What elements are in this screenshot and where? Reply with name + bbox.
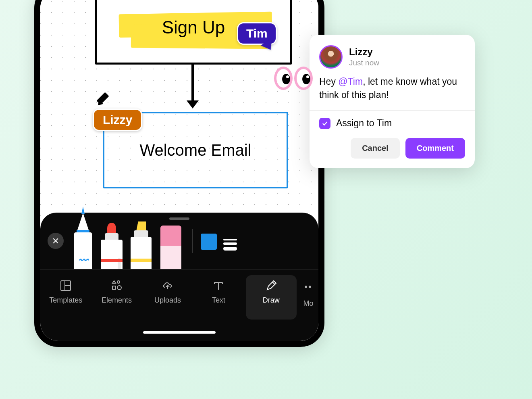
- eye-icon: [294, 67, 313, 90]
- uploads-icon: [161, 279, 174, 292]
- draw-icon: [265, 279, 278, 292]
- nav-label: Mo: [303, 299, 314, 308]
- nav-elements[interactable]: Elements: [91, 274, 142, 342]
- check-icon: [321, 120, 328, 127]
- cancel-button[interactable]: Cancel: [351, 138, 400, 159]
- close-icon: [52, 237, 59, 244]
- comment-timestamp: Just now: [349, 58, 379, 67]
- comment-text: Hey: [319, 76, 338, 87]
- color-picker[interactable]: [201, 234, 217, 250]
- whiteboard-canvas[interactable]: Sign Up Tim Welcome Email Lizzy: [40, 0, 318, 224]
- eyes-sticker[interactable]: [274, 67, 313, 90]
- comment-author: Lizzy: [349, 46, 379, 58]
- comment-body[interactable]: Hey @Tim, let me know what you think of …: [319, 75, 465, 102]
- welcome-label: Welcome Email: [139, 141, 251, 159]
- marker-tool[interactable]: [99, 223, 124, 269]
- svg-rect-3: [112, 286, 116, 289]
- mention[interactable]: @Tim: [338, 76, 363, 87]
- elements-icon: [110, 279, 123, 292]
- comment-button[interactable]: Comment: [405, 138, 465, 159]
- drag-handle[interactable]: [169, 217, 189, 220]
- nav-label: Uploads: [154, 296, 181, 305]
- text-icon: [212, 279, 225, 292]
- collaborator-cursor-lizzy: Lizzy: [93, 91, 142, 131]
- comment-popup: Lizzy Just now Hey @Tim, let me know wha…: [310, 35, 475, 168]
- assign-row[interactable]: Assign to Tim: [319, 118, 465, 129]
- nav-label: Elements: [102, 296, 132, 305]
- nav-draw[interactable]: Draw: [246, 275, 297, 320]
- nav-more[interactable]: •• Mo: [298, 274, 318, 342]
- avatar[interactable]: [319, 45, 343, 69]
- nav-label: Templates: [49, 296, 82, 305]
- nav-label: Text: [212, 296, 225, 305]
- eraser-tool[interactable]: [160, 226, 181, 269]
- phone-frame: Sign Up Tim Welcome Email Lizzy: [34, 0, 324, 347]
- pen-tool[interactable]: 〰: [72, 207, 94, 269]
- pen-scribble-icon: 〰: [78, 255, 88, 266]
- divider: [310, 110, 475, 111]
- cursor-label: Lizzy: [93, 109, 142, 131]
- assign-checkbox[interactable]: [319, 118, 330, 129]
- nav-templates[interactable]: Templates: [40, 274, 91, 342]
- home-indicator[interactable]: [143, 331, 216, 334]
- more-icon: ••: [304, 282, 312, 292]
- pencil-cursor-icon: [96, 91, 110, 107]
- nav-label: Draw: [263, 296, 280, 305]
- templates-icon: [59, 279, 72, 292]
- svg-line-10: [272, 282, 275, 284]
- eye-icon: [274, 67, 293, 90]
- signup-label: Sign Up: [162, 17, 225, 38]
- arrow-connector[interactable]: [191, 65, 194, 103]
- close-button[interactable]: [48, 233, 64, 249]
- stroke-thickness-picker[interactable]: [223, 239, 237, 251]
- assign-label: Assign to Tim: [336, 118, 392, 129]
- collaborator-cursor-tim: Tim: [237, 22, 277, 45]
- divider: [192, 229, 193, 253]
- svg-point-4: [117, 286, 121, 290]
- draw-toolbar: 〰: [40, 213, 318, 269]
- bottom-nav: Templates Elements Uploads Text Draw: [40, 269, 318, 342]
- highlighter-tool[interactable]: [129, 221, 153, 269]
